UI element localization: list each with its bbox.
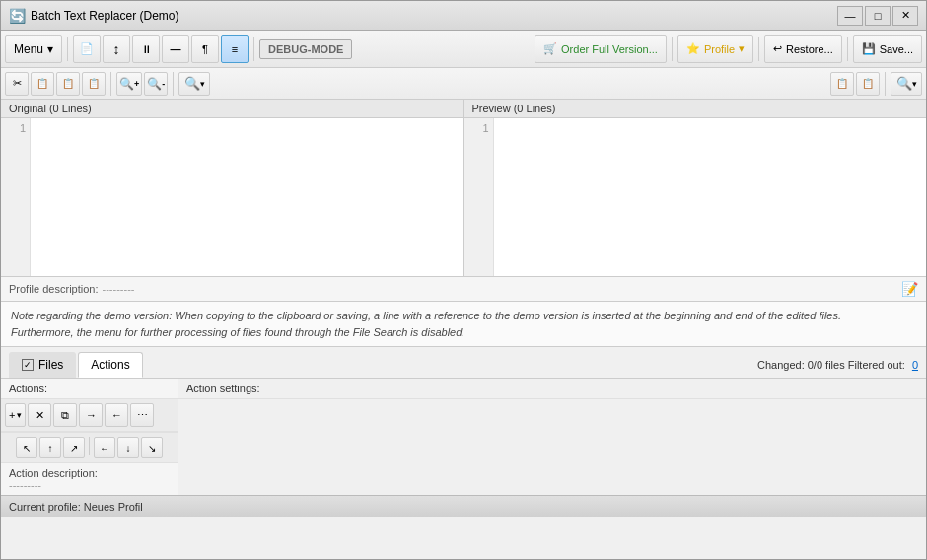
dedent-action-btn[interactable]: ← (105, 403, 128, 427)
tab-actions[interactable]: Actions (78, 352, 142, 378)
cut-btn[interactable]: ✂ (5, 72, 29, 96)
note-text: Note regarding the demo version: When co… (11, 310, 841, 338)
window-title: Batch Text Replacer (Demo) (31, 9, 837, 23)
action-settings-label: Action settings: (178, 379, 926, 399)
preview-header: Preview (0 Lines) (464, 100, 927, 118)
preview-line-numbers: 1 (464, 118, 494, 276)
toolbar-btn-pause[interactable]: ⏸ (132, 35, 160, 63)
restore-btn[interactable]: ↩ Restore... (764, 35, 842, 63)
preview-copy-btn[interactable]: 📋 (830, 72, 854, 96)
indent-icon: → (86, 409, 97, 421)
debug-badge: DEBUG-MODE (259, 39, 352, 59)
preview-find-icon: 🔍 (896, 76, 912, 91)
main-toolbar: Menu ▾ 📄 ↕ ⏸ — ¶ ≡ DEBUG-MODE 🛒 Order Fu… (1, 31, 926, 68)
nav-buttons: ↖ ↑ ↗ ← ↓ ↘ (1, 432, 178, 462)
find-icon: 🔍 (184, 76, 200, 91)
sec-sep-3 (885, 72, 886, 96)
preview-content[interactable]: 1 (464, 118, 927, 276)
toolbar-btn-2[interactable]: ↕ (103, 35, 130, 63)
close-button[interactable]: ✕ (892, 6, 918, 26)
preview-find-btn[interactable]: 🔍 ▾ (891, 72, 922, 96)
dedent-icon: ← (111, 409, 122, 421)
cut-icon: ✂ (13, 77, 22, 90)
profile-desc-label: Profile description: (9, 283, 99, 295)
list-icon: ≡ (232, 43, 238, 55)
tab-files[interactable]: ✓ Files (9, 352, 76, 378)
content-area: Original (0 Lines) 1 Preview (0 Lines) 1 (1, 100, 926, 277)
nav-down-right-btn[interactable]: ↘ (141, 437, 163, 458)
minimize-button[interactable]: — (837, 6, 863, 26)
original-content[interactable]: 1 (1, 118, 464, 276)
toolbar-sep-1 (67, 37, 68, 61)
find-dropdown-icon: ▾ (200, 79, 205, 89)
nav-up-btn[interactable]: ↑ (39, 437, 61, 458)
nav-left-icon: ← (100, 443, 109, 454)
left-actions-panel: Actions: + ▾ ✕ ⧉ → ← ⋯ (1, 379, 178, 495)
copy-action-btn[interactable]: ⧉ (53, 403, 77, 427)
delete-action-btn[interactable]: ✕ (28, 403, 51, 427)
action-desc-label: Action description: (9, 467, 170, 479)
profile-label: Profile (704, 43, 735, 55)
tabs-row: ✓ Files Actions Changed: 0/0 files Filte… (1, 347, 926, 379)
nav-left-btn[interactable]: ← (94, 437, 115, 458)
add-icon: + (9, 409, 15, 421)
save-icon: 💾 (862, 42, 876, 55)
zoom-out-btn[interactable]: 🔍 - (144, 72, 168, 96)
filtered-count[interactable]: 0 (912, 359, 918, 371)
zoom-in-btn[interactable]: 🔍 + (116, 72, 142, 96)
indent-action-btn[interactable]: → (79, 403, 103, 427)
title-bar: 🔄 Batch Text Replacer (Demo) — □ ✕ (1, 1, 926, 31)
paragraph-icon: ¶ (202, 43, 208, 55)
restore-label: Restore... (786, 43, 833, 55)
copy-btn[interactable]: 📋 (31, 72, 54, 96)
paste-files-icon: 📋 (88, 78, 100, 89)
nav-up-right-btn[interactable]: ↗ (63, 437, 85, 458)
toolbar-sep-4 (758, 37, 759, 61)
paste-icon: 📋 (62, 78, 74, 89)
find-btn[interactable]: 🔍 ▾ (178, 72, 210, 96)
toolbar-btn-1[interactable]: 📄 (73, 35, 101, 63)
changed-label: Changed: 0/0 files (757, 359, 845, 371)
profile-arrow-icon: ▾ (739, 42, 745, 55)
original-panel: Original (0 Lines) 1 (1, 100, 464, 276)
right-actions-panel: Action settings: (178, 379, 926, 495)
delete-icon: ✕ (36, 409, 44, 422)
nav-down-btn[interactable]: ↓ (117, 437, 139, 458)
preview-panel: Preview (0 Lines) 1 (464, 100, 927, 276)
paste-files-btn[interactable]: 📋 (82, 72, 106, 96)
zoom-in-icon: 🔍 (119, 77, 134, 91)
toolbar-btn-list[interactable]: ≡ (221, 35, 249, 63)
nav-down-icon: ↓ (126, 443, 131, 454)
nav-top-icon: ↖ (23, 443, 31, 454)
profile-desc-bar: Profile description: --------- 📝 (1, 277, 926, 302)
preview-find-dropdown-icon: ▾ (912, 79, 917, 89)
files-checkbox[interactable]: ✓ (22, 359, 34, 371)
nav-down-right-icon: ↘ (148, 443, 156, 454)
secondary-toolbar: ✂ 📋 📋 📋 🔍 + 🔍 - 🔍 ▾ 📋 📋 🔍 ▾ (1, 68, 926, 100)
paste-btn[interactable]: 📋 (56, 72, 80, 96)
preview-copy-icon: 📋 (836, 78, 848, 89)
original-line-numbers: 1 (1, 118, 31, 276)
order-btn[interactable]: 🛒 Order Full Version... (535, 35, 667, 63)
add-action-btn[interactable]: + ▾ (5, 403, 26, 427)
preview-line-1: 1 (464, 122, 489, 134)
title-bar-controls: — □ ✕ (837, 6, 918, 26)
toolbar-icon-2: ↕ (113, 41, 120, 57)
toolbar-btn-para[interactable]: ¶ (191, 35, 219, 63)
profile-btn[interactable]: ⭐ Profile ▾ (677, 35, 753, 63)
toolbar-btn-dash[interactable]: — (162, 35, 189, 63)
original-header: Original (0 Lines) (1, 100, 464, 118)
actions-label: Actions: (1, 379, 178, 399)
nav-up-icon: ↑ (48, 443, 53, 454)
save-btn[interactable]: 💾 Save... (853, 35, 922, 63)
profile-desc-edit-icon[interactable]: 📝 (901, 281, 918, 297)
pause-icon: ⏸ (141, 43, 152, 55)
files-tab-label: Files (38, 358, 63, 372)
action-desc-area: Action description: --------- (1, 462, 178, 495)
maximize-button[interactable]: □ (865, 6, 891, 26)
more-action-btn[interactable]: ⋯ (130, 403, 154, 427)
menu-button[interactable]: Menu ▾ (5, 35, 62, 63)
menu-label: Menu (14, 42, 43, 56)
nav-top-btn[interactable]: ↖ (16, 437, 37, 458)
preview-paste-btn[interactable]: 📋 (856, 72, 880, 96)
